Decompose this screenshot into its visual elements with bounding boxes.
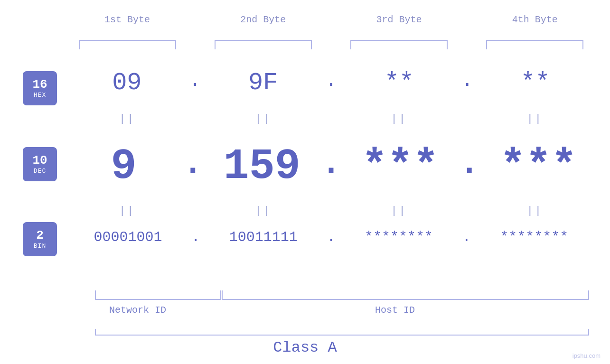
hex-byte2: 9F — [203, 69, 324, 97]
bracket-col4 — [474, 40, 596, 49]
dec-row: 9 . 159 . *** . *** — [66, 142, 596, 191]
eq1-b3: || — [338, 113, 460, 125]
class-a-bracket — [95, 329, 589, 336]
hex-byte4: ** — [475, 69, 596, 97]
class-a-label: Class A — [0, 339, 610, 356]
watermark: ipshu.com — [572, 352, 601, 359]
dec-byte4: *** — [481, 142, 596, 191]
col-header-2: 2nd Byte — [202, 14, 324, 25]
bin-row: 00001001 . 10011111 . ******** . *******… — [66, 229, 596, 245]
eq1-b1: || — [66, 113, 188, 125]
hex-badge-num: 16 — [32, 78, 47, 92]
eq2-b4: || — [474, 205, 596, 217]
bin-byte4: ******** — [473, 229, 596, 245]
eq2-b1: || — [66, 205, 188, 217]
bracket-col3 — [338, 40, 460, 49]
bin-dot1: . — [189, 229, 202, 245]
hex-byte1: 09 — [66, 69, 188, 97]
eq2-b3: || — [338, 205, 460, 217]
main-container: 1st Byte 2nd Byte 3rd Byte 4th Byte 16 H… — [0, 0, 610, 364]
col-header-1: 1st Byte — [66, 14, 188, 25]
dec-byte1: 9 — [66, 142, 181, 191]
col-header-3: 3rd Byte — [338, 14, 460, 25]
dec-badge-label: DEC — [34, 168, 46, 175]
bin-byte2: 10011111 — [202, 229, 325, 245]
bin-byte3: ******** — [338, 229, 460, 245]
bin-badge-num: 2 — [36, 229, 44, 243]
network-id-label: Network ID — [109, 305, 166, 316]
host-id-label: Host ID — [375, 305, 415, 316]
network-id-bracket — [95, 290, 221, 300]
bin-badge: 2 BIN — [23, 222, 57, 256]
hex-byte3: ** — [339, 69, 460, 97]
column-headers: 1st Byte 2nd Byte 3rd Byte 4th Byte — [66, 14, 596, 25]
hex-dot1: . — [188, 72, 203, 94]
bin-byte1: 00001001 — [66, 229, 189, 245]
hex-dot2: . — [323, 72, 338, 94]
eq1-b2: || — [202, 113, 324, 125]
eq1-b4: || — [474, 113, 596, 125]
bin-badge-label: BIN — [34, 243, 46, 250]
bracket-col1 — [66, 40, 188, 49]
dec-dot2: . — [319, 148, 343, 186]
dec-byte2: 159 — [205, 142, 319, 191]
top-brackets — [66, 40, 596, 49]
hex-dot3: . — [460, 72, 475, 94]
dec-byte3: *** — [343, 142, 458, 191]
bin-dot3: . — [460, 229, 473, 245]
hex-badge-label: HEX — [34, 92, 46, 99]
dec-dot3: . — [458, 148, 481, 186]
col-header-4: 4th Byte — [474, 14, 596, 25]
equals-row-2: || || || || — [66, 205, 596, 217]
dec-dot1: . — [181, 148, 205, 186]
bin-dot2: . — [325, 229, 337, 245]
bracket-col2 — [202, 40, 324, 49]
host-id-bracket — [222, 290, 589, 300]
dec-badge: 10 DEC — [23, 147, 57, 181]
dec-badge-num: 10 — [32, 154, 47, 168]
eq2-b2: || — [202, 205, 324, 217]
equals-row-1: || || || || — [66, 113, 596, 125]
hex-badge: 16 HEX — [23, 71, 57, 105]
hex-row: 09 . 9F . ** . ** — [66, 69, 596, 97]
